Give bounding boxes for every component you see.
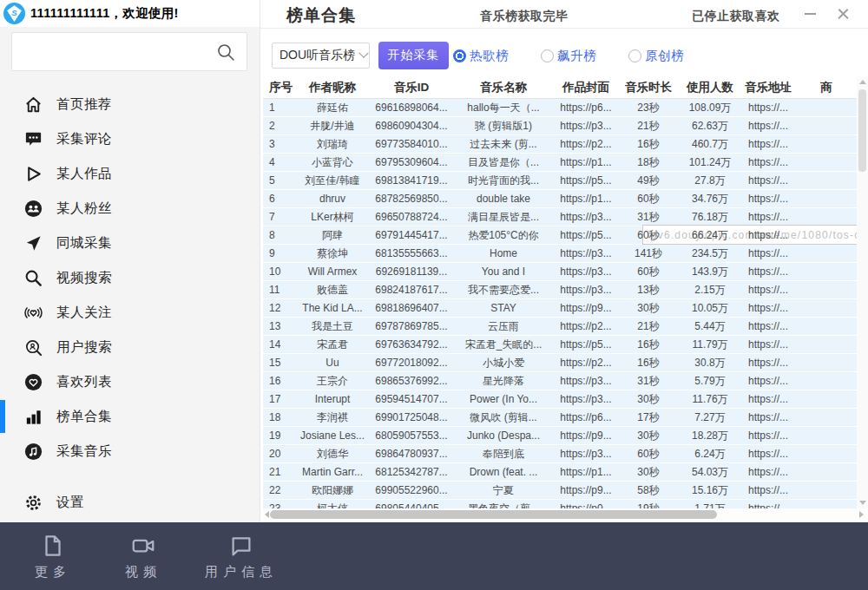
table-cell: 460.7万 xyxy=(680,135,740,153)
table-row[interactable]: 11败德盖69824187617...我不需要恋爱...https://p3..… xyxy=(263,281,857,299)
search-icon[interactable] xyxy=(215,42,236,62)
table-cell: https://... xyxy=(740,445,796,462)
table-row[interactable]: 12The Kid LA...69818696407...STAYhttps:/… xyxy=(263,299,857,318)
sidebar-item-label: 视频搜索 xyxy=(56,269,112,287)
ranklist-dropdown[interactable]: DOU听音乐榜 xyxy=(272,43,370,69)
dropdown-value: DOU听音乐榜 xyxy=(279,48,355,63)
table-cell: 阿肆 xyxy=(294,226,371,244)
table-cell: 27.8万 xyxy=(680,172,740,189)
table-cell: 井胧/井迪 xyxy=(294,117,371,134)
table-cell: https://... xyxy=(740,354,796,371)
table-cell: 11 xyxy=(263,281,294,298)
sidebar-item-music[interactable]: 采集音乐 xyxy=(0,434,260,469)
bottombar-item-video[interactable]: 视频 xyxy=(115,533,172,580)
table-cell: 30.8万 xyxy=(680,354,740,371)
radio-label: 原创榜 xyxy=(645,48,684,64)
sidebar-item-label: 榜单合集 xyxy=(56,408,112,426)
close-button[interactable] xyxy=(833,5,852,23)
table-row[interactable]: 4小蓝背心69795309604...目及皆是你（...https://p1..… xyxy=(263,154,857,172)
table-cell xyxy=(796,318,857,335)
table-cell xyxy=(796,409,857,426)
search-input[interactable] xyxy=(19,38,205,66)
scroll-up-arrow-icon[interactable] xyxy=(859,80,866,84)
table-cell: 9 xyxy=(263,245,294,262)
radio-飙升榜[interactable]: 飙升榜 xyxy=(541,48,596,64)
sidebar-item-settings[interactable]: 设置 xyxy=(0,485,260,520)
sidebar-item-video-search[interactable]: 视频搜索 xyxy=(0,260,260,295)
horizontal-scrollbar[interactable] xyxy=(263,508,865,521)
status-likes-text: 已停止获取喜欢 xyxy=(692,9,780,24)
table-row[interactable]: 19Josiane Les...68059057553...Junko (Des… xyxy=(263,427,857,445)
table-row[interactable]: 9蔡徐坤68135555663...Homehttps://p3...141秒2… xyxy=(263,245,857,263)
horizontal-scroll-thumb[interactable] xyxy=(270,510,717,519)
sidebar-item-works[interactable]: 某人作品 xyxy=(0,156,260,191)
table-cell: 141秒 xyxy=(617,245,680,262)
bottombar-item-more[interactable]: 更多 xyxy=(24,533,82,580)
scroll-right-arrow-icon[interactable] xyxy=(859,511,864,518)
table-row[interactable]: 13我是土豆69787869785...云压雨https://p2...21秒5… xyxy=(263,318,857,336)
vertical-scrollbar[interactable] xyxy=(857,76,868,508)
table-cell: 13秒 xyxy=(617,281,680,298)
table-row[interactable]: 8阿肆69791445417...热爱105°C的你https://p5...6… xyxy=(263,226,857,245)
table-cell: 3 xyxy=(263,135,294,153)
sidebar-item-user-search[interactable]: 用户搜索 xyxy=(0,330,260,364)
table-row[interactable]: 2井胧/井迪69860904304...骁 (剪辑版1)https://p3..… xyxy=(263,117,857,135)
table-cell: 6 xyxy=(263,190,294,207)
table-row[interactable]: 5刘至佳/韩瞳69813841719...时光背面的我...https://p5… xyxy=(263,172,857,190)
table-cell: 23 xyxy=(263,500,294,508)
table-cell: Home xyxy=(452,245,555,262)
table-cell: 69818696407... xyxy=(371,299,452,317)
radio-group: 热歌榜飙升榜原创榜 xyxy=(453,48,684,64)
table-row[interactable]: 16王宗介69865376992...星光降落https://p3...31秒5… xyxy=(263,372,857,390)
table-cell: 6.24万 xyxy=(680,445,740,462)
search-box[interactable] xyxy=(11,32,247,71)
fans-icon xyxy=(23,199,43,219)
sidebar-item-city[interactable]: 同城采集 xyxy=(0,226,260,260)
bottombar-item-userinfo[interactable]: 用户信息 xyxy=(205,533,278,580)
table-cell: 柯大侠 xyxy=(294,500,371,508)
sidebar-item-likes[interactable]: 喜欢列表 xyxy=(0,364,260,399)
table-row[interactable]: 10Will Armex69269181139...You and Ihttps… xyxy=(263,263,857,281)
table-cell: 过去未来 (剪... xyxy=(452,135,555,153)
table-row[interactable]: 3刘瑞琦69773584010...过去未来 (剪...https://p2..… xyxy=(263,135,857,154)
table-row[interactable]: 22欧阳娜娜69905522960...宁夏https://p9...58秒15… xyxy=(263,482,857,500)
user-bar: S 111111111111，欢迎使用! xyxy=(0,0,260,27)
bottombar-item-label: 用户信息 xyxy=(205,564,278,580)
sidebar-item-rank[interactable]: 榜单合集 xyxy=(0,399,260,434)
vertical-scroll-thumb[interactable] xyxy=(858,89,866,172)
search-icon xyxy=(23,268,43,288)
start-collect-button[interactable]: 开始采集 xyxy=(378,42,449,69)
table-row[interactable]: 1薛廷佑69616898064...hallo每一天（...https://p6… xyxy=(263,99,857,117)
table-row[interactable]: 23柯大侠69805440405...黑色夜空（剪...https://p0..… xyxy=(263,500,857,508)
table-cell: 17秒 xyxy=(617,409,680,426)
table-cell: 我是土豆 xyxy=(294,318,371,335)
radio-原创榜[interactable]: 原创榜 xyxy=(628,48,684,64)
table-cell: https://p3... xyxy=(555,117,617,134)
table-cell: 16秒 xyxy=(617,135,680,153)
main-panel: 榜单合集 音乐榜获取完毕 已停止获取喜欢 DOU听音乐榜 开始采集 热歌榜飙升榜… xyxy=(260,0,868,522)
minimize-button[interactable] xyxy=(800,5,819,23)
table-row[interactable]: 17Interupt69594514707...Power (In Yo...h… xyxy=(263,390,857,409)
sidebar-item-follows[interactable]: 某人关注 xyxy=(0,295,260,330)
table-cell: 宋孟君 xyxy=(294,336,371,353)
sidebar-item-home[interactable]: 首页推荐 xyxy=(0,87,260,121)
table-row[interactable]: 20刘德华69864780937...奉陪到底https://p3...60秒6… xyxy=(263,445,857,463)
bottombar-item-label: 视频 xyxy=(125,564,161,580)
table-cell: 30秒 xyxy=(617,427,680,444)
sidebar-item-fans[interactable]: 某人粉丝 xyxy=(0,191,260,226)
sidebar-item-label: 喜欢列表 xyxy=(56,373,112,391)
table-cell: https://p2... xyxy=(555,318,617,335)
table-row[interactable]: 6dhruv68782569850...double takehttps://p… xyxy=(263,190,857,208)
music-circle-icon xyxy=(23,442,43,462)
table-row[interactable]: 7LKer林柯69650788724...满目星辰皆是...https://p3… xyxy=(263,208,857,226)
sidebar-item-comments[interactable]: 采集评论 xyxy=(0,121,260,156)
scroll-down-arrow-icon[interactable] xyxy=(859,501,866,505)
radio-热歌榜[interactable]: 热歌榜 xyxy=(453,48,509,64)
table-cell: 143.9万 xyxy=(680,263,740,280)
table-cell: Drown (feat. ... xyxy=(452,463,555,481)
table-row[interactable]: 21Martin Garr...68125342787...Drown (fea… xyxy=(263,463,857,482)
table-row[interactable]: 15Uu69772018092...小城小爱https://p2...16秒30… xyxy=(263,354,857,372)
table-row[interactable]: 18李润祺69901725048...微风吹 (剪辑...https://p6.… xyxy=(263,409,857,427)
scroll-left-arrow-icon[interactable] xyxy=(265,511,269,518)
table-row[interactable]: 14宋孟君69763634792...宋孟君_失眠的...https://p5.… xyxy=(263,336,857,354)
